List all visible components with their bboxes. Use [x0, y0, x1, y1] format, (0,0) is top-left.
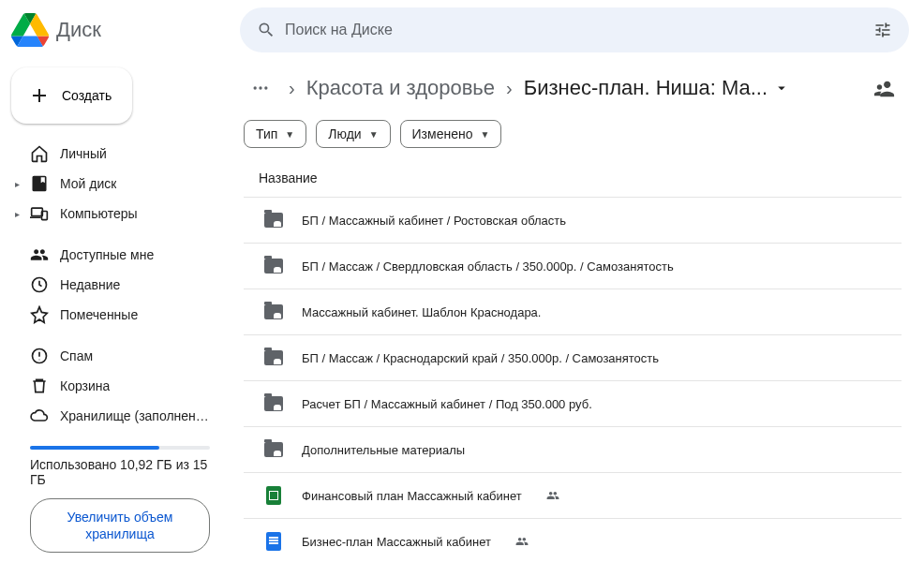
shared-icon: [514, 535, 530, 548]
sidebar-item-shared[interactable]: Доступные мне: [11, 240, 221, 270]
sidebar-item-label: Корзина: [60, 378, 110, 393]
folder-shared-icon: [264, 396, 283, 411]
sidebar-item-label: Доступные мне: [60, 247, 154, 262]
file-icon-wrap: [262, 209, 285, 231]
storage-bar: [30, 446, 210, 450]
chevron-right-icon[interactable]: ▸: [15, 179, 20, 189]
file-name: Расчет БП / Массажный кабинет / Под 350.…: [302, 397, 592, 411]
file-icon-wrap: [262, 484, 285, 507]
sidebar-item-mydrive[interactable]: ▸ Мой диск: [11, 169, 221, 199]
header: Диск: [0, 0, 924, 60]
file-row[interactable]: БП / Массажный кабинет / Ростовская обла…: [244, 197, 902, 243]
trash-icon: [30, 377, 49, 395]
chevron-down-icon: [773, 80, 790, 96]
devices-icon: [30, 204, 49, 223]
shared-badge: [544, 489, 561, 502]
breadcrumb: › Красота и здоровье › Бизнес-план. Ниша…: [244, 71, 902, 105]
file-name: Бизнес-план Массажный кабинет: [302, 535, 491, 549]
file-name: Финансовый план Массажный кабинет: [302, 489, 522, 503]
sidebar-item-spam[interactable]: Спам: [11, 341, 221, 371]
sidebar-item-recent[interactable]: Недавние: [11, 270, 221, 300]
drive-icon: [30, 174, 49, 193]
chevron-down-icon: ▼: [369, 129, 379, 140]
logo-block[interactable]: Диск: [11, 11, 232, 49]
file-icon-wrap: [262, 301, 285, 323]
share-button[interactable]: [868, 71, 902, 105]
file-name: Массажный кабинет. Шаблон Краснодара.: [302, 305, 541, 319]
file-list: БП / Массажный кабинет / Ростовская обла…: [244, 197, 902, 564]
sidebar-item-trash[interactable]: Корзина: [11, 371, 221, 401]
sidebar-item-label: Личный: [60, 146, 107, 161]
more-horizontal-icon: [251, 79, 270, 97]
drive-logo-icon: [11, 11, 49, 49]
chevron-down-icon: ▼: [285, 129, 294, 140]
sidebar-item-storage[interactable]: Хранилище (заполнено ...: [11, 401, 221, 431]
sheets-icon: [266, 486, 281, 505]
folder-shared-icon: [264, 350, 283, 365]
app-name: Диск: [56, 18, 101, 42]
svg-point-4: [254, 86, 257, 89]
main-content: › Красота и здоровье › Бизнес-план. Ниша…: [232, 60, 924, 577]
sidebar-item-label: Компьютеры: [60, 206, 138, 221]
nav-group-1: Доступные мне Недавние Помеченные: [11, 240, 221, 330]
breadcrumb-parent[interactable]: Красота и здоровье: [306, 76, 495, 100]
nav-group-2: Спам Корзина Хранилище (заполнено ...: [11, 341, 221, 431]
people-icon: [874, 78, 895, 98]
file-row[interactable]: БП / Массаж / Краснодарский край / 350.0…: [244, 334, 902, 380]
chevron-right-icon: ›: [285, 78, 299, 99]
filter-type[interactable]: Тип ▼: [244, 120, 306, 148]
sidebar-item-computers[interactable]: ▸ Компьютеры: [11, 199, 221, 229]
star-icon: [30, 305, 49, 324]
file-icon-wrap: [262, 255, 285, 277]
folder-shared-icon: [264, 304, 283, 319]
shared-icon: [544, 489, 561, 502]
storage-text: Использовано 10,92 ГБ из 15 ГБ: [11, 457, 221, 498]
sidebar-item-starred[interactable]: Помеченные: [11, 300, 221, 330]
svg-point-6: [264, 86, 267, 89]
sidebar-item-label: Хранилище (заполнено ...: [60, 408, 210, 423]
file-row[interactable]: Финансовый план Массажный кабинет: [244, 472, 902, 518]
breadcrumb-current[interactable]: Бизнес-план. Ниша: Ма...: [524, 76, 790, 100]
file-row[interactable]: Расчет БП / Массажный кабинет / Под 350.…: [244, 380, 902, 426]
filter-people[interactable]: Люди ▼: [316, 120, 390, 148]
people-icon: [30, 245, 49, 264]
sidebar: Создать Личный ▸ Мой диск ▸ Компьютеры: [0, 60, 232, 577]
tune-icon[interactable]: [864, 21, 902, 39]
storage-fill: [30, 446, 159, 450]
search-input[interactable]: [285, 22, 864, 38]
file-icon-wrap: [262, 530, 285, 553]
file-row[interactable]: Дополнительные материалы: [244, 426, 902, 472]
column-header-name[interactable]: Название: [244, 163, 902, 197]
file-name: Дополнительные материалы: [302, 443, 465, 457]
clock-icon: [30, 275, 49, 294]
spam-icon: [30, 347, 49, 365]
file-name: БП / Массаж / Свердловская область / 350…: [302, 259, 674, 274]
file-icon-wrap: [262, 347, 285, 369]
folder-shared-icon: [264, 259, 283, 274]
breadcrumb-current-label: Бизнес-план. Ниша: Ма...: [524, 76, 768, 100]
create-button[interactable]: Создать: [11, 67, 132, 124]
create-button-label: Создать: [62, 88, 112, 103]
search-bar[interactable]: [240, 7, 909, 52]
folder-shared-icon: [264, 442, 283, 457]
sidebar-item-label: Мой диск: [60, 176, 116, 191]
more-breadcrumb-button[interactable]: [244, 71, 277, 105]
file-icon-wrap: [262, 392, 285, 415]
file-name: БП / Массажный кабинет / Ростовская обла…: [302, 214, 566, 228]
nav-group-0: Личный ▸ Мой диск ▸ Компьютеры: [11, 139, 221, 229]
svg-rect-0: [32, 208, 43, 215]
chevron-right-icon: ›: [502, 78, 516, 99]
file-row[interactable]: Массажный кабинет. Шаблон Краснодара.: [244, 288, 902, 334]
sidebar-item-home[interactable]: Личный: [11, 139, 221, 169]
filter-modified[interactable]: Изменено ▼: [400, 120, 502, 148]
search-icon[interactable]: [247, 21, 285, 39]
cloud-icon: [30, 407, 49, 425]
file-icon-wrap: [262, 438, 285, 461]
file-row[interactable]: БП / Массаж / Свердловская область / 350…: [244, 243, 902, 288]
chevron-down-icon: ▼: [480, 129, 489, 140]
upgrade-storage-button[interactable]: Увеличить объем хранилища: [30, 498, 210, 553]
file-row[interactable]: Бизнес-план Массажный кабинет: [244, 518, 902, 564]
chevron-right-icon[interactable]: ▸: [15, 209, 20, 219]
folder-shared-icon: [264, 213, 283, 228]
filter-label: Люди: [328, 126, 361, 141]
